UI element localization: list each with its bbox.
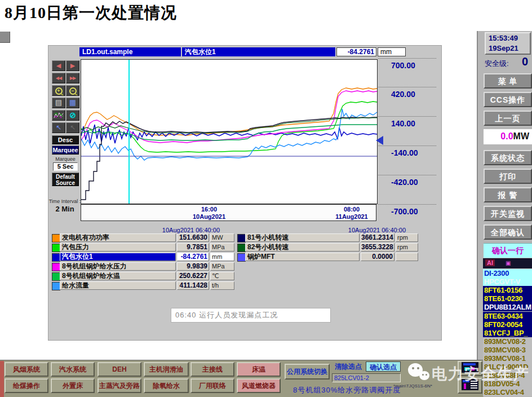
- bottom-menu-button[interactable]: 床温: [237, 362, 281, 377]
- value-axis-label: 700.00: [391, 61, 415, 70]
- cursor-arrow-dim-icon: ↖: [70, 123, 76, 131]
- sidebar-button[interactable]: CCS操作: [484, 92, 532, 107]
- parameter-name[interactable]: 给水流量: [60, 281, 176, 290]
- current-value-marker-icon[interactable]: [376, 136, 383, 145]
- grid-view-button[interactable]: ▦: [66, 98, 79, 108]
- bottom-menu-button[interactable]: 主接线: [190, 362, 234, 377]
- pointer-button[interactable]: ↖: [52, 122, 65, 133]
- scroll-right-button[interactable]: ▶: [66, 60, 79, 71]
- sidebar-button[interactable]: 系统状态: [484, 150, 532, 165]
- sidebar-button[interactable]: 菜 单: [484, 73, 532, 89]
- bottom-menu-button[interactable]: 主蒸汽及旁路: [97, 378, 141, 393]
- sidebar-button[interactable]: 报 警: [484, 187, 532, 202]
- alarm-item[interactable]: 823LCV04-4: [483, 388, 532, 396]
- monitor-icon: ▤: [55, 98, 62, 107]
- marquee-interval-value[interactable]: 5 Sec: [53, 162, 78, 171]
- alarm-status-row[interactable]: AI ▣: [483, 258, 532, 268]
- bottom-menu-button[interactable]: 主机润滑油: [144, 362, 189, 377]
- sidebar-button[interactable]: 全部确认: [484, 224, 532, 240]
- alarm-item[interactable]: 893MCV08-2: [483, 337, 532, 346]
- sidebar-button[interactable]: 开关监视: [484, 206, 532, 221]
- parameter-name[interactable]: 汽包压力: [60, 243, 176, 252]
- alarm-item[interactable]: DPU8B12ALM: [483, 303, 532, 311]
- parameter-name[interactable]: 发电机有功功率: [60, 233, 176, 242]
- table-row[interactable]: 81号小机转速3661.2314rpm: [237, 233, 423, 243]
- bottom-menu-button[interactable]: 外置床: [51, 378, 95, 393]
- common-system-switch-button[interactable]: 公用系统切换: [285, 364, 330, 380]
- zoom-in-button[interactable]: +: [52, 85, 65, 96]
- bottom-menu-button[interactable]: 风道燃烧器: [237, 378, 281, 393]
- dcs-screen: 8月10日第一次处置情况 LD1.out.sample 汽包水位1 -84.27…: [0, 0, 532, 397]
- table-row[interactable]: 8号机组锅炉给水温250.6227℃: [52, 272, 238, 281]
- series-color-swatch: [52, 282, 60, 290]
- zoom-out-button[interactable]: −: [66, 85, 79, 96]
- bottom-menu-button[interactable]: 汽水系统: [51, 362, 95, 377]
- trend-chart[interactable]: [81, 59, 378, 204]
- marquee-button[interactable]: Marquee: [52, 145, 79, 155]
- table-row[interactable]: 锅炉MFT0.0000: [237, 253, 423, 262]
- parameter-unit: ℃: [210, 272, 234, 280]
- power-value: 0.0: [500, 131, 513, 141]
- table-row[interactable]: 给水流量411.1428t/h: [52, 281, 238, 291]
- sidebar-button[interactable]: 上一页: [484, 111, 532, 126]
- desc-button[interactable]: Desc: [52, 135, 79, 144]
- sidebar-button[interactable]: 打印: [484, 169, 532, 184]
- value-axis-gridline: [378, 145, 436, 146]
- confirm-line-button[interactable]: 确认一行: [484, 243, 532, 258]
- parameter-unit: t/h: [210, 281, 234, 290]
- clear-point-button[interactable]: 清除选点: [332, 362, 365, 372]
- bottom-menu-button[interactable]: 除氧给水: [144, 378, 189, 393]
- parameter-unit: [396, 253, 418, 261]
- bottom-menu-button[interactable]: 给煤操作: [5, 378, 48, 393]
- table-row[interactable]: 汽包水位1-84.2761mm: [52, 253, 238, 262]
- parameter-name[interactable]: 81号小机转速: [245, 233, 360, 242]
- alarm-item[interactable]: 893MCV08-1: [483, 354, 532, 363]
- parameter-name[interactable]: 82号小机转速: [245, 243, 360, 252]
- alarm-item[interactable]: DI-2300: [483, 269, 532, 277]
- series-color-swatch: [237, 253, 246, 262]
- ai-badge: AI: [485, 259, 495, 266]
- trend-tag-field[interactable]: 汽包水位1: [182, 47, 335, 56]
- alarm-item[interactable]: 81YCFJ_BP_: [483, 329, 532, 337]
- parameter-name[interactable]: 8号机组锅炉给水温: [60, 272, 176, 280]
- alarm-item[interactable]: 893MCV08-3: [483, 346, 532, 354]
- scroll-left-button[interactable]: ◀: [52, 60, 65, 71]
- alarm-item[interactable]: 8FT02-0054: [483, 320, 532, 329]
- alarm-item[interactable]: 8TE61-0230: [483, 294, 532, 303]
- parameter-name[interactable]: 8号机组锅炉给水压力: [60, 262, 176, 271]
- security-level-label: 安全级:: [485, 59, 509, 69]
- series-color-swatch: [52, 234, 60, 242]
- selected-point-field[interactable]: 825LCV01-2: [332, 373, 401, 382]
- parameter-value: 3661.2314: [361, 233, 394, 242]
- alarm-item[interactable]: 8TE63-0434: [483, 312, 532, 320]
- alarm-item[interactable]: HPCGVT-V: [483, 277, 532, 286]
- parameter-name[interactable]: 锅炉MFT: [245, 253, 360, 261]
- table-row[interactable]: 8号机组锅炉给水压力9.9839MPa: [52, 262, 238, 272]
- confirm-point-button[interactable]: 确认选点: [366, 361, 401, 372]
- window-control-box[interactable]: [0, 32, 10, 43]
- right-table-timestamp: 10Aug2021 06:40:00: [329, 227, 406, 233]
- screen-view-button[interactable]: ▤: [52, 98, 65, 108]
- trend-curves-button[interactable]: [52, 110, 65, 121]
- alarm-item[interactable]: 8FT61-0156: [483, 286, 532, 294]
- bottom-menu-button[interactable]: 风烟系统: [5, 362, 48, 377]
- bottom-menu-button[interactable]: 厂用联络: [190, 378, 234, 393]
- page-right-button[interactable]: ▶▶: [66, 73, 79, 83]
- bottom-menu-button[interactable]: DEH: [97, 362, 141, 377]
- table-row[interactable]: 82号小机转速3655.3228rpm: [237, 243, 423, 253]
- trend-source-field[interactable]: LD1.out.sample: [79, 47, 181, 56]
- parameter-name[interactable]: 汽包水位1: [60, 253, 176, 261]
- table-row[interactable]: 汽包压力9.7851MPa: [52, 243, 238, 253]
- series-color-swatch: [52, 263, 60, 271]
- series-color-swatch: [52, 253, 60, 262]
- value-axis-gridline: [378, 87, 436, 87]
- page-left-button[interactable]: ◀◀: [52, 73, 65, 83]
- default-source-button[interactable]: Default Source: [52, 173, 79, 186]
- cursor-arrow-icon: ↖: [56, 123, 61, 131]
- no-trend-button[interactable]: ⊘: [66, 110, 79, 121]
- parameter-value: -84.2761: [177, 253, 209, 261]
- clock-time: 15:53:49: [489, 33, 530, 43]
- parameter-unit: mm: [210, 253, 234, 261]
- table-row[interactable]: 发电机有功功率151.6630MW: [52, 233, 238, 243]
- pointer-alt-button[interactable]: ↖: [66, 122, 79, 133]
